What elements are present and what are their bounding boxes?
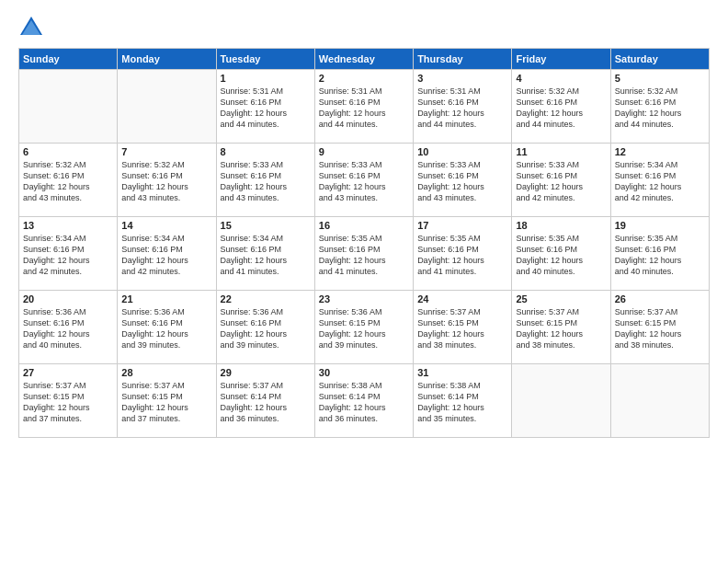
page: SundayMondayTuesdayWednesdayThursdayFrid… [0, 0, 728, 563]
calendar-week-3: 13Sunrise: 5:34 AM Sunset: 6:16 PM Dayli… [19, 217, 710, 291]
day-number: 18 [516, 220, 606, 231]
day-info: Sunrise: 5:32 AM Sunset: 6:16 PM Dayligh… [516, 86, 606, 131]
calendar-cell: 16Sunrise: 5:35 AM Sunset: 6:16 PM Dayli… [314, 217, 413, 291]
day-number: 12 [615, 146, 705, 157]
day-info: Sunrise: 5:36 AM Sunset: 6:16 PM Dayligh… [121, 306, 211, 351]
day-number: 19 [615, 220, 705, 231]
day-info: Sunrise: 5:36 AM Sunset: 6:15 PM Dayligh… [319, 306, 409, 351]
calendar-cell: 18Sunrise: 5:35 AM Sunset: 6:16 PM Dayli… [512, 217, 610, 291]
calendar-cell: 22Sunrise: 5:36 AM Sunset: 6:16 PM Dayli… [216, 291, 314, 364]
calendar-week-1: 1Sunrise: 5:31 AM Sunset: 6:16 PM Daylig… [19, 70, 710, 144]
header [18, 15, 710, 40]
day-info: Sunrise: 5:38 AM Sunset: 6:14 PM Dayligh… [417, 380, 507, 425]
day-number: 21 [121, 293, 211, 304]
calendar-cell: 15Sunrise: 5:34 AM Sunset: 6:16 PM Dayli… [216, 217, 314, 291]
weekday-header-sunday: Sunday [19, 49, 118, 70]
calendar-table: SundayMondayTuesdayWednesdayThursdayFrid… [18, 48, 710, 438]
weekday-header-row: SundayMondayTuesdayWednesdayThursdayFrid… [19, 49, 710, 70]
day-number: 29 [221, 367, 311, 378]
day-info: Sunrise: 5:31 AM Sunset: 6:16 PM Dayligh… [417, 86, 507, 131]
day-info: Sunrise: 5:37 AM Sunset: 6:15 PM Dayligh… [121, 380, 211, 425]
calendar-cell [610, 364, 709, 438]
weekday-header-wednesday: Wednesday [314, 49, 413, 70]
day-info: Sunrise: 5:34 AM Sunset: 6:16 PM Dayligh… [615, 159, 705, 204]
day-info: Sunrise: 5:37 AM Sunset: 6:15 PM Dayligh… [516, 306, 606, 351]
calendar-cell: 24Sunrise: 5:37 AM Sunset: 6:15 PM Dayli… [414, 291, 512, 364]
calendar-week-4: 20Sunrise: 5:36 AM Sunset: 6:16 PM Dayli… [19, 291, 710, 364]
calendar-cell: 1Sunrise: 5:31 AM Sunset: 6:16 PM Daylig… [216, 70, 314, 144]
calendar-cell: 28Sunrise: 5:37 AM Sunset: 6:15 PM Dayli… [118, 364, 216, 438]
day-info: Sunrise: 5:37 AM Sunset: 6:15 PM Dayligh… [615, 306, 705, 351]
day-info: Sunrise: 5:31 AM Sunset: 6:16 PM Dayligh… [221, 86, 311, 131]
day-info: Sunrise: 5:31 AM Sunset: 6:16 PM Dayligh… [319, 86, 409, 131]
logo-icon [18, 15, 44, 40]
calendar-week-5: 27Sunrise: 5:37 AM Sunset: 6:15 PM Dayli… [19, 364, 710, 438]
day-info: Sunrise: 5:35 AM Sunset: 6:16 PM Dayligh… [319, 233, 409, 278]
calendar-cell: 17Sunrise: 5:35 AM Sunset: 6:16 PM Dayli… [414, 217, 512, 291]
calendar-cell [19, 70, 118, 144]
calendar-cell: 9Sunrise: 5:33 AM Sunset: 6:16 PM Daylig… [314, 144, 413, 217]
day-info: Sunrise: 5:35 AM Sunset: 6:16 PM Dayligh… [417, 233, 507, 278]
calendar-cell: 7Sunrise: 5:32 AM Sunset: 6:16 PM Daylig… [118, 144, 216, 217]
day-info: Sunrise: 5:38 AM Sunset: 6:14 PM Dayligh… [319, 380, 409, 425]
weekday-header-friday: Friday [512, 49, 610, 70]
day-number: 14 [121, 220, 211, 231]
day-info: Sunrise: 5:37 AM Sunset: 6:15 PM Dayligh… [417, 306, 507, 351]
day-info: Sunrise: 5:32 AM Sunset: 6:16 PM Dayligh… [121, 159, 211, 204]
day-info: Sunrise: 5:36 AM Sunset: 6:16 PM Dayligh… [23, 306, 113, 351]
day-number: 17 [417, 220, 507, 231]
calendar-cell: 30Sunrise: 5:38 AM Sunset: 6:14 PM Dayli… [314, 364, 413, 438]
calendar-cell: 4Sunrise: 5:32 AM Sunset: 6:16 PM Daylig… [512, 70, 610, 144]
day-info: Sunrise: 5:35 AM Sunset: 6:16 PM Dayligh… [615, 233, 705, 278]
calendar-cell: 14Sunrise: 5:34 AM Sunset: 6:16 PM Dayli… [118, 217, 216, 291]
day-number: 30 [319, 367, 409, 378]
day-info: Sunrise: 5:34 AM Sunset: 6:16 PM Dayligh… [221, 233, 311, 278]
day-info: Sunrise: 5:32 AM Sunset: 6:16 PM Dayligh… [615, 86, 705, 131]
day-number: 1 [221, 73, 311, 84]
day-info: Sunrise: 5:33 AM Sunset: 6:16 PM Dayligh… [417, 159, 507, 204]
day-number: 25 [516, 293, 606, 304]
day-number: 16 [319, 220, 409, 231]
day-info: Sunrise: 5:37 AM Sunset: 6:15 PM Dayligh… [23, 380, 113, 425]
day-number: 5 [615, 73, 705, 84]
day-info: Sunrise: 5:37 AM Sunset: 6:14 PM Dayligh… [221, 380, 311, 425]
day-info: Sunrise: 5:34 AM Sunset: 6:16 PM Dayligh… [121, 233, 211, 278]
calendar-cell: 26Sunrise: 5:37 AM Sunset: 6:15 PM Dayli… [610, 291, 709, 364]
day-number: 8 [221, 146, 311, 157]
calendar-cell: 25Sunrise: 5:37 AM Sunset: 6:15 PM Dayli… [512, 291, 610, 364]
calendar-cell: 2Sunrise: 5:31 AM Sunset: 6:16 PM Daylig… [314, 70, 413, 144]
day-number: 31 [417, 367, 507, 378]
day-number: 7 [121, 146, 211, 157]
day-info: Sunrise: 5:33 AM Sunset: 6:16 PM Dayligh… [516, 159, 606, 204]
day-info: Sunrise: 5:33 AM Sunset: 6:16 PM Dayligh… [221, 159, 311, 204]
day-number: 20 [23, 293, 113, 304]
calendar-cell [118, 70, 216, 144]
calendar-cell: 3Sunrise: 5:31 AM Sunset: 6:16 PM Daylig… [414, 70, 512, 144]
calendar-cell: 19Sunrise: 5:35 AM Sunset: 6:16 PM Dayli… [610, 217, 709, 291]
day-info: Sunrise: 5:35 AM Sunset: 6:16 PM Dayligh… [516, 233, 606, 278]
weekday-header-monday: Monday [118, 49, 216, 70]
day-number: 4 [516, 73, 606, 84]
day-info: Sunrise: 5:32 AM Sunset: 6:16 PM Dayligh… [23, 159, 113, 204]
weekday-header-saturday: Saturday [610, 49, 709, 70]
calendar-cell: 20Sunrise: 5:36 AM Sunset: 6:16 PM Dayli… [19, 291, 118, 364]
calendar-cell: 13Sunrise: 5:34 AM Sunset: 6:16 PM Dayli… [19, 217, 118, 291]
day-number: 26 [615, 293, 705, 304]
day-number: 28 [121, 367, 211, 378]
day-number: 13 [23, 220, 113, 231]
day-info: Sunrise: 5:33 AM Sunset: 6:16 PM Dayligh… [319, 159, 409, 204]
calendar-cell: 11Sunrise: 5:33 AM Sunset: 6:16 PM Dayli… [512, 144, 610, 217]
calendar-week-2: 6Sunrise: 5:32 AM Sunset: 6:16 PM Daylig… [19, 144, 710, 217]
day-number: 10 [417, 146, 507, 157]
calendar-cell: 12Sunrise: 5:34 AM Sunset: 6:16 PM Dayli… [610, 144, 709, 217]
weekday-header-thursday: Thursday [414, 49, 512, 70]
calendar-cell: 27Sunrise: 5:37 AM Sunset: 6:15 PM Dayli… [19, 364, 118, 438]
day-info: Sunrise: 5:36 AM Sunset: 6:16 PM Dayligh… [221, 306, 311, 351]
day-info: Sunrise: 5:34 AM Sunset: 6:16 PM Dayligh… [23, 233, 113, 278]
day-number: 6 [23, 146, 113, 157]
calendar-cell: 23Sunrise: 5:36 AM Sunset: 6:15 PM Dayli… [314, 291, 413, 364]
calendar-cell: 21Sunrise: 5:36 AM Sunset: 6:16 PM Dayli… [118, 291, 216, 364]
day-number: 22 [221, 293, 311, 304]
day-number: 2 [319, 73, 409, 84]
day-number: 23 [319, 293, 409, 304]
